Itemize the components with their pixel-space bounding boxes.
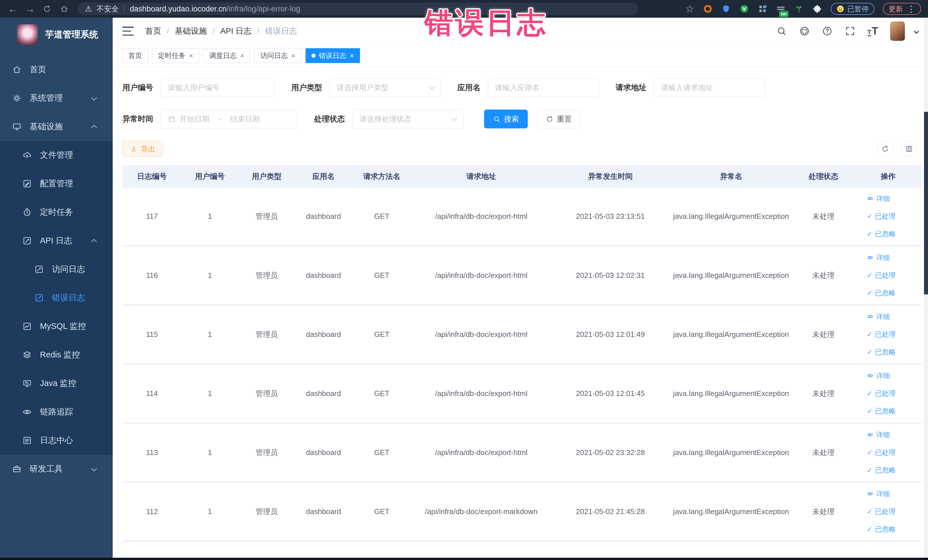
sidebar-item-access-log[interactable]: 访问日志 (0, 255, 113, 284)
breadcrumb-infra[interactable]: 基础设施 (175, 26, 207, 37)
sidebar-item-java[interactable]: Java 监控 (0, 369, 113, 398)
sidebar-item-log-center[interactable]: 日志中心 (0, 426, 113, 455)
ignored-link[interactable]: ✓已忽略 (867, 288, 896, 298)
column-settings-button[interactable] (901, 141, 917, 157)
app-header: 首页 / 基础设施 / API 日志 / 错误日志 TT (113, 18, 928, 45)
extensions-puzzle-icon[interactable] (812, 4, 822, 14)
ignored-link[interactable]: ✓已忽略 (867, 525, 896, 534)
app-name-input[interactable]: 请输入应用名 (488, 78, 599, 97)
detail-link[interactable]: 详细 (867, 430, 890, 439)
processed-link[interactable]: ✓已处理 (867, 271, 896, 280)
extension-green-v-icon[interactable] (739, 4, 749, 14)
tab-access-log[interactable]: 访问日志× (254, 48, 301, 63)
monitor-icon (22, 378, 32, 388)
processed-link[interactable]: ✓已处理 (867, 507, 896, 516)
processed-link[interactable]: ✓已处理 (867, 448, 896, 457)
back-icon[interactable]: ← (5, 1, 21, 17)
user-menu-caret-icon[interactable] (914, 29, 919, 34)
tab-job-log[interactable]: 调度日志× (203, 48, 250, 63)
cell-id: 115 (122, 305, 182, 363)
table-row: 1141管理员dashboardGET/api/infra/db-doc/exp… (122, 365, 922, 424)
font-size-icon[interactable]: TT (867, 26, 878, 36)
search-icon[interactable] (776, 26, 787, 37)
cell-exception: java.lang.IllegalArgumentException (670, 305, 792, 363)
sidebar-item-system[interactable]: 系统管理 (0, 84, 113, 112)
help-icon[interactable] (822, 26, 833, 37)
sidebar-item-dev-tools[interactable]: 研发工具 (0, 455, 113, 483)
user-avatar[interactable] (890, 21, 905, 41)
close-icon[interactable]: × (240, 52, 244, 60)
check-icon: ✓ (867, 349, 872, 356)
extension-apps-grid-icon[interactable] (758, 4, 768, 14)
close-icon[interactable]: × (189, 52, 193, 60)
browser-actions: ☆ on 已暂停 更新 ⋮ (685, 3, 923, 15)
scrollbar-thumb[interactable] (924, 112, 928, 294)
forward-icon[interactable]: → (22, 1, 38, 17)
app-logo[interactable]: 芋道管理系统 (0, 18, 113, 47)
processed-link[interactable]: ✓已处理 (867, 389, 896, 398)
close-icon[interactable]: × (291, 52, 295, 60)
fullscreen-icon[interactable] (845, 26, 856, 37)
exception-time-range-input[interactable]: 开始日期 - 结束日期 (160, 110, 298, 128)
extension-shield-icon[interactable] (721, 4, 731, 14)
search-button[interactable]: 搜索 (484, 110, 528, 128)
processed-link[interactable]: ✓已处理 (867, 212, 896, 221)
sidebar-item-redis[interactable]: Redis 监控 (0, 340, 113, 369)
refresh-table-button[interactable] (877, 141, 893, 157)
extension-switch-icon[interactable]: on (776, 4, 786, 14)
extension-orange-ring-icon[interactable] (703, 4, 713, 14)
extension-sprout-icon[interactable] (794, 4, 804, 14)
detail-link[interactable]: 详细 (867, 371, 890, 380)
filter-row-2: 异常时间 开始日期 - 结束日期 处理状态 请选择处理状态 (122, 110, 922, 128)
sidebar-item-mysql[interactable]: MySQL 监控 (0, 312, 113, 340)
export-button[interactable]: 导出 (122, 141, 163, 157)
sidebar-item-error-log[interactable]: 错误日志 (0, 284, 113, 312)
detail-link[interactable]: 详细 (867, 312, 890, 321)
browser-menu-kebab-icon[interactable]: ⋮ (907, 4, 916, 14)
tab-error-log[interactable]: 错误日志× (305, 48, 360, 63)
action-label: 已处理 (875, 448, 896, 457)
cell-app: dashboard (295, 365, 352, 422)
process-status-select[interactable]: 请选择处理状态 (352, 110, 464, 128)
browser-home-icon[interactable] (56, 1, 72, 17)
sidebar-item-trace[interactable]: 链路追踪 (0, 398, 113, 426)
column-header: 请求地址 (412, 166, 551, 187)
reload-icon[interactable] (40, 1, 55, 17)
sidebar-item-config[interactable]: 配置管理 (0, 169, 113, 198)
ignored-link[interactable]: ✓已忽略 (867, 465, 896, 475)
detail-link[interactable]: 详细 (867, 194, 890, 203)
cloud-upload-icon (22, 150, 32, 160)
cell-actions: 详细✓已处理✓已忽略 (855, 246, 922, 304)
tab-home[interactable]: 首页 (122, 48, 148, 63)
sidebar-item-api-log[interactable]: API 日志 (0, 226, 113, 255)
scrollbar-track[interactable] (924, 18, 928, 558)
tab-job[interactable]: 定时任务× (152, 48, 199, 63)
github-icon[interactable] (799, 26, 810, 37)
breadcrumb-api-log[interactable]: API 日志 (221, 26, 252, 37)
close-icon[interactable]: × (350, 52, 354, 60)
reset-button[interactable]: 重置 (537, 110, 580, 128)
breadcrumb-home[interactable]: 首页 (145, 26, 161, 37)
sidebar-item-infra[interactable]: 基础设施 (0, 112, 113, 141)
bookmark-star-icon[interactable]: ☆ (685, 4, 694, 14)
detail-link[interactable]: 详细 (867, 253, 890, 262)
processed-link[interactable]: ✓已处理 (867, 330, 896, 339)
sidebar-item-file[interactable]: 文件管理 (0, 141, 113, 169)
sidebar-collapse-icon[interactable] (122, 26, 134, 36)
user-type-select[interactable]: 请选择用户类型 (330, 78, 441, 97)
sidebar-item-job[interactable]: 定时任务 (0, 198, 113, 226)
sidebar-item-home[interactable]: 首页 (0, 55, 113, 84)
ignored-link[interactable]: ✓已忽略 (867, 229, 896, 238)
sidebar-item-label: 日志中心 (40, 435, 73, 446)
paused-pill[interactable]: 已暂停 (831, 3, 875, 15)
ignored-link[interactable]: ✓已忽略 (867, 348, 896, 357)
address-bar[interactable]: ⚠ 不安全 | dashboard.yudao.iocoder.cn/infra… (78, 3, 638, 15)
action-label: 详细 (876, 194, 890, 203)
cell-method: GET (352, 246, 412, 304)
request-url-input[interactable]: 请输入请求地址 (654, 78, 765, 97)
update-pill[interactable]: 更新 ⋮ (883, 3, 921, 15)
user-id-input[interactable]: 请输入用户编号 (160, 78, 275, 97)
ignored-link[interactable]: ✓已忽略 (867, 406, 896, 416)
detail-link[interactable]: 详细 (867, 489, 890, 498)
cell-exception: java.lang.IllegalArgumentException (670, 483, 792, 540)
